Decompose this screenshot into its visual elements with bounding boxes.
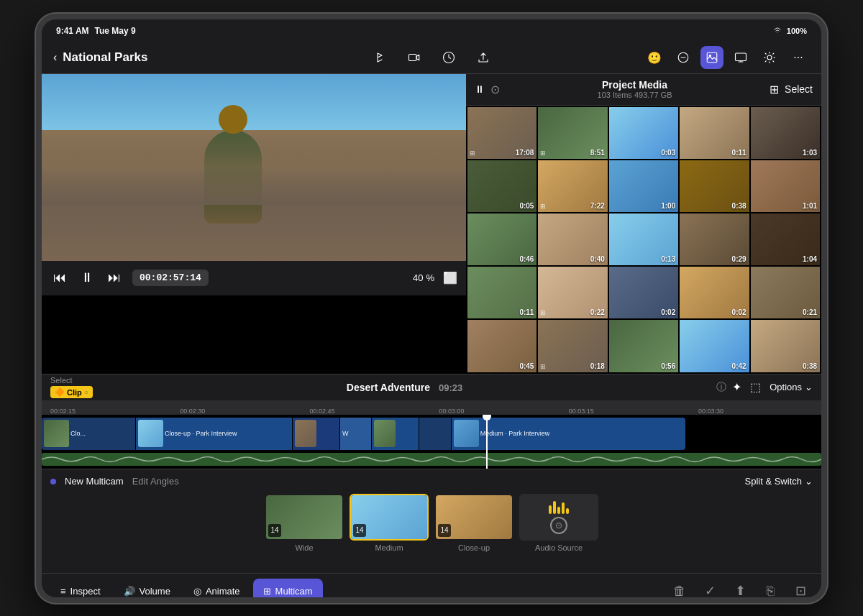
back-button[interactable]: ‹	[53, 51, 57, 64]
list-item[interactable]: 0:45	[467, 320, 536, 372]
list-item[interactable]: 0:13	[609, 213, 678, 265]
options-button[interactable]: Options ⌄	[770, 382, 813, 392]
list-item[interactable]: 0:40	[538, 213, 607, 265]
multicam-button[interactable]: ⊞ Multicam	[253, 579, 323, 603]
list-item[interactable]: 17:08 ⊞	[467, 107, 536, 159]
media-title-section: Project Media 103 Items 493.77 GB	[506, 79, 764, 99]
rewind-button[interactable]: ⏮	[50, 267, 69, 288]
list-item[interactable]: 1:00	[609, 160, 678, 212]
audio-bar	[549, 505, 552, 514]
list-item[interactable]: 0:22 ⊞	[538, 267, 607, 318]
split-switch-button[interactable]: Split & Switch ⌄	[745, 476, 813, 487]
main-content: ⏮ ⏸ ⏭ 00:02:57:14 40 % ⬜ ⏸ ⊙	[42, 74, 821, 603]
timecode-display: 00:02:57:14	[132, 270, 209, 286]
thumb-duration: 0:40	[590, 255, 605, 263]
display-button[interactable]	[729, 46, 752, 69]
waveform	[42, 453, 821, 466]
photo-library-button[interactable]	[700, 46, 723, 69]
track-segment[interactable]	[293, 418, 339, 450]
audio-bar	[557, 507, 560, 514]
multicam-dot	[50, 479, 56, 484]
brightness-button[interactable]	[758, 46, 781, 69]
list-item[interactable]: 0:46	[467, 213, 536, 265]
list-item[interactable]: 0:02	[680, 267, 749, 318]
checkmark-button[interactable]: ✓	[698, 579, 722, 603]
track-segment[interactable]: Clo...	[42, 418, 135, 450]
view-toggle-button[interactable]: ⬜	[443, 271, 457, 285]
angle-thumb-wide[interactable]: 14	[265, 494, 344, 541]
more-action-button[interactable]: ⊡	[788, 579, 813, 603]
clip-thumbnail	[454, 420, 479, 447]
thumb-duration: 7:22	[590, 202, 605, 210]
more-button[interactable]: ···	[787, 46, 810, 69]
volume-icon: 🔊	[124, 586, 135, 597]
list-item[interactable]: 0:38	[680, 160, 749, 212]
video-button[interactable]	[403, 46, 426, 69]
angle-name-audio: Audio Source	[535, 543, 583, 552]
nav-bar: ‹ National Parks 🙂	[42, 42, 821, 74]
playhead[interactable]	[486, 415, 488, 469]
share-action-button[interactable]: ⬆	[728, 579, 752, 603]
track-segment[interactable]: Close-up · Park Interview	[136, 418, 292, 450]
list-item[interactable]: 0:18 ⊞	[538, 320, 607, 372]
list-item[interactable]: 1:03	[751, 107, 820, 159]
audio-source-thumb[interactable]: ⊙	[519, 494, 598, 541]
export-button[interactable]	[472, 46, 495, 69]
list-item[interactable]: 0:02	[609, 267, 678, 318]
multicam-section: New Multicam Edit Angles Split & Switch …	[42, 469, 821, 573]
magic-button[interactable]	[437, 46, 460, 69]
audio-track	[42, 453, 821, 466]
list-item[interactable]: 0:42	[680, 320, 749, 372]
clip-thumbnail	[374, 420, 396, 447]
thumb-type-icon: ⊞	[540, 150, 546, 157]
list-item[interactable]: 0:05	[467, 160, 536, 212]
fast-forward-button[interactable]: ⏭	[105, 267, 124, 288]
track-segment[interactable]	[372, 418, 419, 450]
sort-icon[interactable]: ⊙	[490, 83, 500, 96]
list-item[interactable]: 7:22 ⊞	[538, 160, 607, 212]
list-item[interactable]: 1:01	[751, 160, 820, 212]
list-item[interactable]: 0:38	[751, 320, 820, 372]
emoji-button[interactable]: 🙂	[643, 46, 666, 69]
select-button[interactable]: Select	[785, 83, 813, 95]
track-segment[interactable]	[419, 418, 450, 450]
clip-name: Close-up · Park Interview	[165, 430, 237, 437]
list-item[interactable]: 0:11	[467, 267, 536, 318]
thumb-duration: 1:04	[803, 255, 817, 263]
pip-button[interactable]: ⬚	[750, 380, 761, 394]
person-head	[219, 105, 247, 134]
inspect-button[interactable]: ≡ Inspect	[50, 579, 111, 603]
list-item[interactable]: 1:04	[751, 213, 820, 265]
list-item[interactable]: 0:56	[609, 320, 678, 372]
thumb-duration: 1:01	[803, 202, 817, 210]
magic-cut-button[interactable]: ✦	[732, 380, 741, 394]
share-button[interactable]	[368, 46, 391, 69]
list-item[interactable]: 0:11	[680, 107, 749, 159]
list-item[interactable]: 0:03	[609, 107, 678, 159]
thumb-duration: 0:45	[519, 362, 534, 370]
list-item[interactable]: 0:29	[680, 213, 749, 265]
thumb-duration: 0:42	[732, 362, 746, 370]
animate-button[interactable]: ◎ Animate	[183, 579, 250, 603]
list-item[interactable]: 0:21	[751, 267, 820, 318]
copy-button[interactable]: ⎘	[758, 579, 782, 603]
edit-angles-button[interactable]: Edit Angles	[132, 476, 179, 487]
angle-thumb-medium[interactable]: 14	[350, 494, 429, 541]
minus-button[interactable]	[672, 46, 695, 69]
grid-layout-button[interactable]: ⊞	[770, 83, 779, 96]
track-segment[interactable]: W	[340, 418, 371, 450]
thumb-duration: 0:18	[590, 362, 605, 370]
ruler-mark: 00:03:00	[439, 408, 465, 415]
info-button[interactable]: ⓘ	[716, 381, 726, 394]
thumb-type-icon: ⊞	[540, 363, 546, 370]
play-pause-button[interactable]: ⏸	[78, 267, 96, 288]
list-item[interactable]: 8:51 ⊞	[538, 107, 607, 159]
battery-display: 100%	[787, 27, 807, 35]
volume-button[interactable]: 🔊 Volume	[114, 579, 181, 603]
angle-clip-audio: ⊙ Audio Source	[519, 494, 598, 552]
delete-button[interactable]: 🗑	[667, 579, 692, 603]
thumb-duration: 0:02	[732, 308, 746, 316]
thumb-duration: 0:46	[519, 255, 534, 263]
angle-thumb-closeup[interactable]: 14	[434, 494, 513, 541]
thumb-duration: 0:03	[661, 149, 675, 157]
